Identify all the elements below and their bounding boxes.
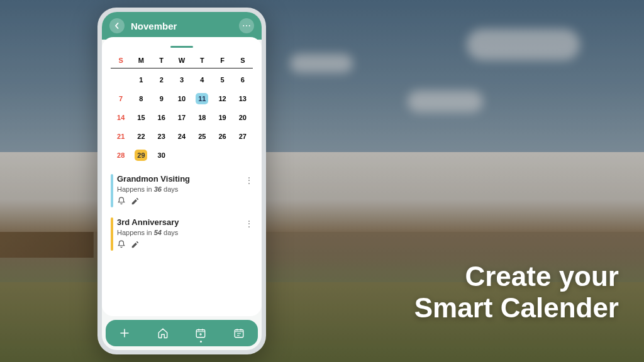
- nav-calendar-add-button[interactable]: [188, 327, 213, 339]
- calendar-day[interactable]: 30: [152, 146, 172, 164]
- calendar-day[interactable]: 27: [233, 128, 253, 145]
- calendar-weekday-row: S M T W T F S: [111, 54, 253, 67]
- calendar-day[interactable]: 22: [131, 128, 151, 145]
- calendar-day[interactable]: 14: [111, 109, 131, 126]
- calendar-day[interactable]: 19: [212, 109, 232, 126]
- bottom-nav: [106, 320, 258, 346]
- calendar-day[interactable]: 26: [212, 128, 232, 145]
- event-subtitle: Happens in 36 days: [117, 185, 247, 193]
- calendar-day[interactable]: 4: [192, 71, 212, 89]
- nav-home-button[interactable]: [150, 327, 175, 339]
- marketing-tagline: Create your Smart Calender: [414, 261, 619, 324]
- tagline-line-2: Smart Calender: [414, 292, 619, 324]
- weekday-label: S: [111, 54, 131, 67]
- event-title: 3rd Anniversary: [117, 217, 247, 227]
- calendar-day[interactable]: 23: [152, 128, 172, 145]
- event-card[interactable]: ⋮ 3rd Anniversary Happens in 54 days: [111, 217, 253, 251]
- calendar-days-grid: .123456789101112131415161718192021222324…: [111, 71, 253, 164]
- weekday-label: T: [152, 54, 172, 67]
- calendar-add-icon: [195, 327, 206, 339]
- bell-icon[interactable]: [117, 197, 126, 207]
- header-month-title: November: [131, 21, 233, 31]
- event-actions: [117, 240, 247, 251]
- back-button[interactable]: [109, 18, 125, 33]
- event-color-bar: [111, 217, 113, 251]
- plus-icon: [119, 327, 130, 339]
- calendar-day[interactable]: 7: [111, 90, 131, 107]
- weekday-label: S: [233, 54, 253, 67]
- divider: [111, 68, 253, 69]
- nav-calendar-list-button[interactable]: [226, 327, 252, 339]
- calendar-day[interactable]: 29: [131, 146, 151, 164]
- phone-screen: November ⋯ S M T W T F S .12345678910111…: [102, 12, 262, 350]
- calendar-day[interactable]: 18: [192, 109, 212, 126]
- chevron-left-icon: [114, 23, 120, 29]
- calendar-day[interactable]: 24: [172, 128, 192, 145]
- ellipsis-icon: ⋯: [242, 21, 251, 31]
- calendar-day[interactable]: 15: [131, 109, 151, 126]
- tagline-line-1: Create your: [414, 261, 619, 293]
- calendar-day[interactable]: 13: [233, 90, 253, 107]
- calendar-day[interactable]: 2: [152, 71, 172, 89]
- calendar-day[interactable]: 8: [131, 90, 151, 107]
- calendar-day[interactable]: 17: [172, 109, 192, 126]
- calendar-day[interactable]: 6: [233, 71, 253, 89]
- event-menu-button[interactable]: ⋮: [245, 219, 253, 229]
- event-title: Grandmon Visiting: [117, 174, 247, 184]
- calendar-day[interactable]: 1: [131, 71, 151, 89]
- event-menu-button[interactable]: ⋮: [245, 175, 253, 185]
- weekday-label: M: [131, 54, 151, 67]
- calendar-day[interactable]: 11: [192, 90, 212, 107]
- calendar-day[interactable]: 9: [152, 90, 172, 107]
- event-subtitle: Happens in 54 days: [117, 229, 247, 236]
- nav-add-button[interactable]: [112, 327, 137, 339]
- calendar-day[interactable]: 21: [111, 128, 131, 145]
- calendar-day[interactable]: 25: [192, 128, 212, 145]
- app-header: November ⋯: [102, 12, 262, 40]
- drag-handle[interactable]: [170, 46, 193, 48]
- weekday-label: W: [172, 54, 192, 67]
- home-icon: [157, 327, 169, 339]
- edit-icon[interactable]: [131, 197, 140, 207]
- nav-active-indicator: [200, 341, 202, 343]
- calendar-day[interactable]: 3: [172, 71, 192, 89]
- calendar-day[interactable]: 10: [172, 90, 192, 107]
- weekday-label: T: [192, 54, 212, 67]
- event-actions: [117, 197, 247, 207]
- edit-icon[interactable]: [131, 240, 140, 251]
- calendar-check-icon: [233, 327, 245, 339]
- bell-icon[interactable]: [117, 240, 126, 251]
- calendar-day[interactable]: 12: [212, 90, 232, 107]
- calendar-day[interactable]: 28: [111, 146, 131, 164]
- more-button[interactable]: ⋯: [239, 18, 254, 33]
- event-color-bar: [111, 174, 113, 207]
- calendar-card: S M T W T F S .1234567891011121314151617…: [102, 37, 262, 316]
- phone-frame: November ⋯ S M T W T F S .12345678910111…: [97, 8, 266, 354]
- calendar-day[interactable]: 16: [152, 109, 172, 126]
- event-card[interactable]: ⋮ Grandmon Visiting Happens in 36 days: [111, 174, 253, 207]
- calendar-day[interactable]: 5: [212, 71, 232, 89]
- calendar-day[interactable]: 20: [233, 109, 253, 126]
- weekday-label: F: [212, 54, 232, 67]
